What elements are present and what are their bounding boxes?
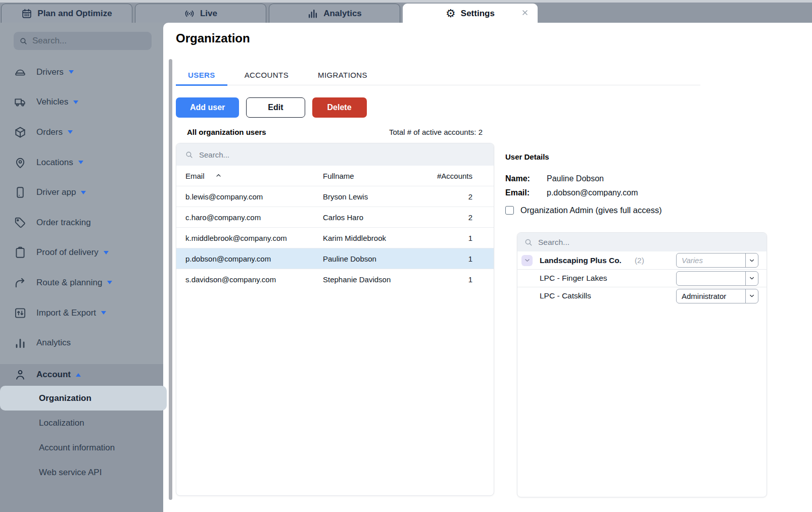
org-admin-checkbox-label: Organization Admin (gives full access) <box>520 206 662 215</box>
gear-icon: ⚙ <box>446 8 456 19</box>
sidebar-sub-item-localization[interactable]: Localization <box>0 411 163 435</box>
role-select[interactable]: Administrator <box>676 289 758 303</box>
sidebar-nav: Drivers Vehicles Orders Locations Driver… <box>0 57 163 358</box>
app-tab-bar: Plan and Optimize Live Analytics ⚙ Setti… <box>0 3 812 23</box>
edit-button[interactable]: Edit <box>246 97 305 118</box>
user-table-row[interactable]: b.lewis@company.com Bryson Lewis 2 <box>176 186 494 207</box>
calendar-icon <box>21 8 32 19</box>
add-user-button[interactable]: Add user <box>176 97 239 118</box>
app-tab[interactable]: Plan and Optimize <box>1 4 132 23</box>
sidebar-item-drivers[interactable]: Drivers <box>0 57 163 87</box>
map-pin-icon <box>14 156 28 169</box>
email-value: p.dobson@company.com <box>547 188 638 197</box>
page-title: Organization <box>176 31 250 45</box>
role-select[interactable] <box>676 271 758 286</box>
delete-button[interactable]: Delete <box>312 97 367 118</box>
sidebar-item-label: Route & planning <box>36 278 102 288</box>
sidebar-item-locations[interactable]: Locations <box>0 147 163 178</box>
user-table-row[interactable]: p.dobson@company.com Pauline Dobson 1 <box>176 248 494 269</box>
sidebar-item-label: Order tracking <box>36 218 91 228</box>
chevron-down-icon <box>745 289 758 303</box>
user-table-row[interactable]: c.haro@company.com Carlos Haro 2 <box>176 207 494 227</box>
sidebar-item-label: Vehicles <box>36 97 68 107</box>
users-search <box>176 143 494 166</box>
sidebar-item-vehicles[interactable]: Vehicles <box>0 87 163 118</box>
person-icon <box>14 368 28 381</box>
sidebar-sub-item-account-information[interactable]: Account information <box>0 435 163 460</box>
section-tabs: USERSACCOUNTSMIGRATIONS <box>176 66 700 85</box>
account-tree-row[interactable]: LPC - Finger Lakes <box>517 269 767 287</box>
import-export-icon <box>14 306 28 320</box>
sidebar-item-account[interactable]: Account <box>0 365 163 384</box>
account-count: (2) <box>635 256 644 265</box>
chevron-down-icon <box>101 311 106 315</box>
tab-accounts[interactable]: ACCOUNTS <box>232 66 301 86</box>
email-label: Email: <box>505 188 547 197</box>
live-signal-icon <box>184 8 195 19</box>
account-tree-row[interactable]: Landscaping Plus Co. (2) Varies <box>517 251 767 269</box>
settings-panel: Organization USERSACCOUNTSMIGRATIONS Add… <box>163 23 812 512</box>
chevron-down-icon <box>104 251 109 254</box>
sidebar-account-section: Account Organization Localization Accoun… <box>0 364 163 512</box>
search-icon <box>524 238 533 247</box>
route-arrow-icon <box>14 276 28 289</box>
sidebar-item-orders[interactable]: Orders <box>0 117 163 147</box>
app-tab[interactable]: ⚙ Settings <box>403 4 538 23</box>
column-header-accounts: #Accounts <box>429 172 472 180</box>
name-label: Name: <box>505 174 547 183</box>
chevron-down-icon <box>68 130 73 134</box>
app-tab[interactable]: Analytics <box>269 4 400 23</box>
users-search-input[interactable] <box>199 150 485 159</box>
search-icon <box>185 150 194 159</box>
list-title: All organization users <box>187 128 266 136</box>
app-tab-label: Settings <box>461 9 495 19</box>
sidebar-item-order-tracking[interactable]: Order tracking <box>0 208 163 238</box>
chevron-down-icon <box>81 191 86 194</box>
sidebar-item-label: Driver app <box>36 187 76 197</box>
accounts-tree: Landscaping Plus Co. (2) Varies LPC - Fi… <box>517 232 767 497</box>
accounts-search <box>517 233 767 251</box>
sidebar-item-label: Drivers <box>36 67 64 77</box>
sidebar-item-label: Analytics <box>36 338 71 348</box>
chevron-down-icon <box>745 272 758 285</box>
sidebar-item-analytics[interactable]: Analytics <box>0 328 163 358</box>
close-icon[interactable] <box>520 9 530 19</box>
app-tab-label: Analytics <box>323 9 362 19</box>
user-table-row[interactable]: s.davidson@company.com Stephanie Davidso… <box>176 269 494 289</box>
scrollbar-thumb[interactable] <box>169 59 172 500</box>
chevron-down-icon <box>745 253 758 267</box>
tab-users[interactable]: USERS <box>176 66 227 86</box>
sidebar: Drivers Vehicles Orders Locations Driver… <box>0 23 163 512</box>
tag-icon <box>14 216 28 229</box>
org-admin-checkbox[interactable] <box>505 206 514 215</box>
sidebar-item-driver-app[interactable]: Driver app <box>0 177 163 208</box>
tab-migrations[interactable]: MIGRATIONS <box>306 66 379 86</box>
sidebar-item-label: Proof of delivery <box>36 247 99 258</box>
search-icon <box>19 37 28 45</box>
active-accounts-total: Total # of active accounts: 2 <box>389 128 483 136</box>
smartphone-icon <box>14 186 28 199</box>
sort-asc-icon <box>215 172 222 179</box>
accounts-search-input[interactable] <box>538 238 760 247</box>
bars3-icon <box>14 336 28 349</box>
sidebar-item-label: Import & Export <box>36 308 96 318</box>
sidebar-search-input[interactable] <box>32 36 146 46</box>
sidebar-item-route-planning[interactable]: Route & planning <box>0 268 163 298</box>
sidebar-item-proof-of-delivery[interactable]: Proof of delivery <box>0 238 163 268</box>
account-tree-row[interactable]: LPC - Catskills Administrator <box>517 287 767 304</box>
users-table-header: Email Fullname #Accounts <box>176 166 494 186</box>
app-tab[interactable]: Live <box>135 4 266 23</box>
role-select[interactable]: Varies <box>676 253 758 268</box>
column-header-email[interactable]: Email <box>185 172 323 180</box>
name-value: Pauline Dobson <box>547 174 604 183</box>
chevron-down-icon <box>73 100 78 104</box>
chevron-down-icon <box>78 161 83 164</box>
column-header-fullname: Fullname <box>323 172 429 180</box>
truck-icon <box>14 95 28 109</box>
sidebar-search <box>14 32 152 50</box>
sidebar-sub-item-organization[interactable]: Organization <box>0 386 167 411</box>
sidebar-sub-item-web-service-api[interactable]: Web service API <box>0 460 163 485</box>
chevron-down-icon[interactable] <box>521 255 533 266</box>
sidebar-item-import-export[interactable]: Import & Export <box>0 298 163 328</box>
user-table-row[interactable]: k.middlebrook@company.com Karim Middlebr… <box>176 227 494 248</box>
